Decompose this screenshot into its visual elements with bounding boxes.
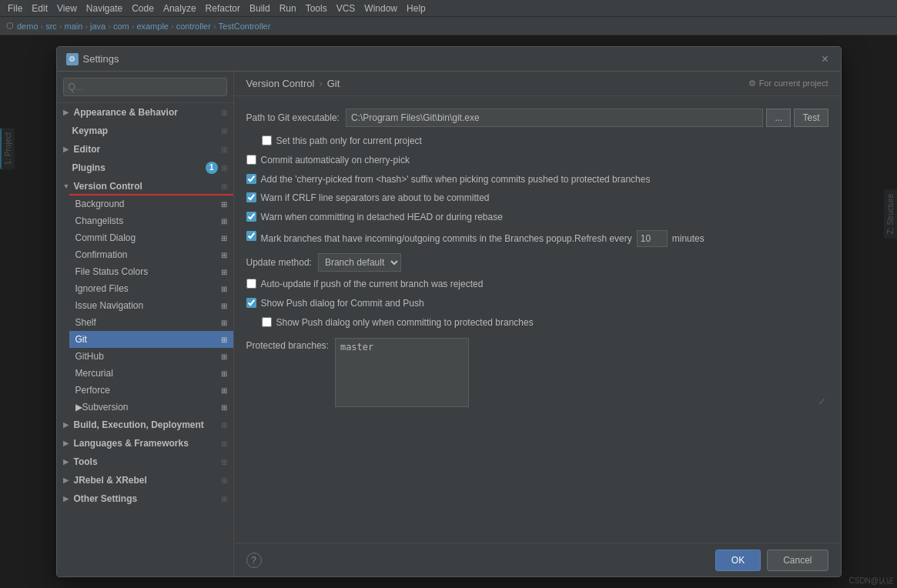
sidebar-item-jrebel[interactable]: ▶ JRebel & XRebel ⊞ (57, 471, 233, 489)
copy-icon-build: ⊞ (221, 421, 227, 429)
sidebar-item-tools[interactable]: ▶ Tools ⊞ (57, 453, 233, 471)
current-project-checkbox[interactable] (262, 135, 272, 145)
sidebar-label-build: Build, Execution, Deployment (74, 419, 204, 430)
menu-window[interactable]: Window (360, 2, 402, 15)
show-push-checkbox[interactable] (246, 298, 256, 308)
copy-icon-lang: ⊞ (221, 439, 227, 448)
bc-java[interactable]: java (90, 22, 105, 31)
bc-example[interactable]: example (136, 22, 169, 31)
cancel-button[interactable]: Cancel (767, 550, 828, 571)
copy-icon-bg: ⊞ (221, 200, 227, 209)
copy-icon-shelf: ⊞ (221, 319, 227, 327)
settings-search-input[interactable] (63, 78, 227, 96)
cherry-pick-row: Commit automatically on cherry-pick (246, 154, 828, 167)
bc-demo[interactable]: demo (17, 22, 38, 31)
refresh-value-input[interactable] (637, 230, 668, 247)
tree-area: ▶ Appearance & Behavior ⊞ Keymap ⊞ (57, 103, 233, 576)
help-button[interactable]: ? (246, 553, 262, 568)
close-button[interactable]: × (819, 53, 832, 65)
sidebar-item-background[interactable]: Background ⊞ (69, 195, 233, 212)
sidebar-item-ignored-files[interactable]: Ignored Files ⊞ (69, 280, 233, 297)
sidebar-item-keymap[interactable]: Keymap ⊞ (57, 122, 233, 140)
sidebar-item-plugins[interactable]: Plugins 1 ⊞ (57, 159, 233, 177)
copy-icon-in: ⊞ (221, 302, 227, 310)
menu-vcs[interactable]: VCS (332, 2, 360, 15)
settings-dialog: ⚙ Settings × (56, 46, 842, 577)
chevron-editor-icon: ▶ (63, 145, 72, 153)
sidebar-item-github[interactable]: GitHub ⊞ (69, 348, 233, 365)
git-test-button[interactable]: Test (794, 109, 828, 127)
ok-button[interactable]: OK (715, 550, 761, 571)
dialog-title: Settings (83, 53, 819, 65)
dialog-body: ▶ Appearance & Behavior ⊞ Keymap ⊞ (57, 72, 841, 576)
sidebar-item-confirmation[interactable]: Confirmation ⊞ (69, 246, 233, 263)
cherry-pick-label: Commit automatically on cherry-pick (261, 154, 410, 167)
menu-code[interactable]: Code (127, 2, 159, 15)
chevron-svn-icon: ▶ (75, 402, 82, 413)
crlf-checkbox[interactable] (246, 192, 256, 202)
protected-branches-label: Protected branches: (246, 338, 329, 351)
sidebar-item-build[interactable]: ▶ Build, Execution, Deployment ⊞ (57, 416, 233, 434)
sidebar-item-mercurial[interactable]: Mercurial ⊞ (69, 365, 233, 382)
sidebar-item-other[interactable]: ▶ Other Settings ⊞ (57, 489, 233, 508)
sidebar-item-changelists[interactable]: Changelists ⊞ (69, 212, 233, 229)
update-method-select[interactable]: Branch default Merge Rebase (318, 253, 401, 272)
sidebar-label-other: Other Settings (74, 493, 138, 504)
incoming-checkbox[interactable] (246, 231, 256, 241)
bc-testcontroller[interactable]: TestController (219, 22, 271, 31)
sidebar-item-shelf[interactable]: Shelf ⊞ (69, 314, 233, 331)
chevron-vc-icon: ▼ (63, 182, 72, 190)
chevron-jrebel-icon: ▶ (63, 476, 72, 484)
sidebar-item-file-status-colors[interactable]: File Status Colors ⊞ (69, 263, 233, 280)
sidebar-label-keymap: Keymap (72, 125, 109, 136)
sidebar-label-editor: Editor (74, 144, 101, 155)
sidebar-item-subversion[interactable]: ▶ Subversion ⊞ (69, 399, 233, 416)
menu-run[interactable]: Run (275, 2, 301, 15)
chevron-build-icon: ▶ (63, 421, 72, 429)
bc-controller[interactable]: controller (176, 22, 211, 31)
sidebar-label-plugins: Plugins (72, 162, 105, 173)
menu-file[interactable]: File (3, 2, 27, 15)
sidebar-label-mercurial: Mercurial (75, 368, 113, 379)
copy-icon-cl: ⊞ (221, 217, 227, 226)
sidebar-label-vc: Version Control (74, 181, 142, 192)
tree-group-tools: ▶ Tools ⊞ (57, 453, 233, 471)
protected-branches-row: Protected branches: master ⤢ (246, 338, 828, 409)
git-path-input[interactable] (346, 109, 764, 127)
bc-src[interactable]: src (45, 22, 57, 31)
menu-tools[interactable]: Tools (301, 2, 332, 15)
menu-refactor[interactable]: Refactor (201, 2, 245, 15)
push-protected-checkbox[interactable] (262, 317, 272, 327)
sidebar-item-appearance[interactable]: ▶ Appearance & Behavior ⊞ (57, 103, 233, 122)
menu-navigate[interactable]: Navigate (82, 2, 127, 15)
sidebar-item-commit-dialog[interactable]: Commit Dialog ⊞ (69, 229, 233, 246)
bc-com[interactable]: com (113, 22, 129, 31)
refresh-suffix: minutes (672, 232, 705, 246)
push-protected-row: Show Push dialog only when committing to… (246, 316, 828, 329)
bc-main[interactable]: main (65, 22, 83, 31)
sidebar-item-editor[interactable]: ▶ Editor ⊞ (57, 140, 233, 159)
sidebar-item-git[interactable]: Git ⊞ (69, 331, 233, 348)
detached-checkbox[interactable] (246, 212, 256, 222)
copy-icon-github: ⊞ (221, 352, 227, 361)
menu-bar: File Edit View Navigate Code Analyze Ref… (0, 0, 897, 17)
sidebar-item-issue-navigation[interactable]: Issue Navigation ⊞ (69, 297, 233, 314)
menu-analyze[interactable]: Analyze (159, 2, 201, 15)
expand-icon[interactable]: ⤢ (818, 396, 825, 406)
menu-build[interactable]: Build (245, 2, 275, 15)
incoming-inline: Mark branches that have incoming/outgoin… (261, 230, 705, 247)
menu-edit[interactable]: Edit (27, 2, 52, 15)
sidebar-item-version-control[interactable]: ▼ Version Control ⊞ (57, 177, 233, 195)
sidebar-item-perforce[interactable]: Perforce ⊞ (69, 382, 233, 399)
cherry-pick-checkbox[interactable] (246, 155, 256, 165)
protected-branches-input[interactable]: master (335, 338, 469, 407)
sidebar-item-languages[interactable]: ▶ Languages & Frameworks ⊞ (57, 434, 233, 453)
git-path-dots-button[interactable]: ... (766, 109, 791, 127)
menu-help[interactable]: Help (402, 2, 430, 15)
auto-update-checkbox[interactable] (246, 279, 256, 289)
menu-view[interactable]: View (52, 2, 82, 15)
cherry-suffix-label: Add the 'cherry-picked from <hash>' suff… (261, 173, 651, 186)
copy-icon-fsc: ⊞ (221, 268, 227, 276)
cherry-suffix-checkbox[interactable] (246, 174, 256, 184)
tree-group-jrebel: ▶ JRebel & XRebel ⊞ (57, 471, 233, 489)
